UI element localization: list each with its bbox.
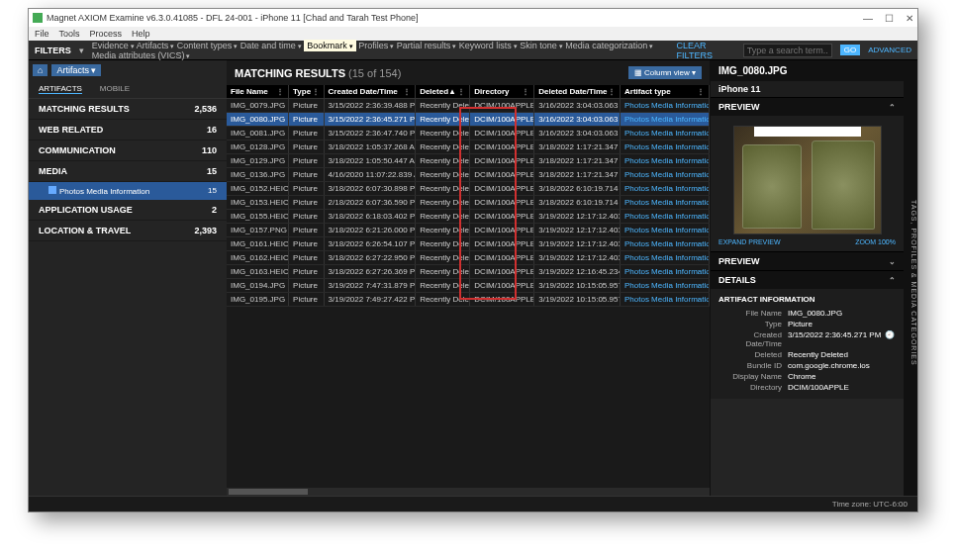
preview2-panel-header[interactable]: PREVIEW⌄ xyxy=(711,251,904,270)
filterbar: FILTERS ▾ Evidence Artifacts Content typ… xyxy=(29,41,917,60)
col-deleted-date-time[interactable]: Deleted Date/Time⋮ xyxy=(534,85,621,98)
menubar: FileToolsProcessHelp xyxy=(29,27,917,41)
col-file-name[interactable]: File Name⋮ xyxy=(227,85,289,98)
menu-help[interactable]: Help xyxy=(132,29,150,39)
window-controls: — ☐ ✕ xyxy=(863,13,913,24)
table-row[interactable]: IMG_0161.HEICPicture3/18/2022 6:26:54.10… xyxy=(227,237,710,251)
minimize-button[interactable]: — xyxy=(863,13,873,24)
results-count: (15 of 154) xyxy=(348,67,401,79)
table-row[interactable]: IMG_0152.HEICPicture3/18/2022 6:07:30.89… xyxy=(227,182,710,196)
dd-arrow-icon[interactable]: ▾ xyxy=(79,46,84,55)
inspector-device: iPhone 11 xyxy=(711,81,904,97)
detail-row: Bundle IDcom.google.chrome.ios xyxy=(718,360,896,371)
menu-file[interactable]: File xyxy=(35,29,49,39)
preview-image[interactable] xyxy=(733,126,882,234)
col-artifact-type[interactable]: Artifact type⋮ xyxy=(621,85,710,98)
table-row[interactable]: IMG_0163.HEICPicture3/18/2022 6:27:26.36… xyxy=(227,265,710,279)
results-pane: MATCHING RESULTS (15 of 154) ▦ Column vi… xyxy=(227,60,710,496)
close-button[interactable]: ✕ xyxy=(906,13,913,24)
filter-profiles[interactable]: Profiles xyxy=(358,41,394,50)
app-window: Magnet AXIOM Examine v6.3.0.41085 - DFL … xyxy=(28,8,918,513)
filter-skin-tone[interactable]: Skin tone xyxy=(520,41,562,50)
tags-side-tab[interactable]: TAGS, PROFILES & MEDIA CATEGORIES xyxy=(904,60,917,496)
col-directory[interactable]: Directory⋮ xyxy=(470,85,534,98)
home-button[interactable]: ⌂ xyxy=(33,64,48,76)
titlebar: Magnet AXIOM Examine v6.3.0.41085 - DFL … xyxy=(29,9,917,27)
go-button[interactable]: GO xyxy=(840,45,860,55)
table-row[interactable]: IMG_0128.JPGPicture3/18/2022 1:05:37.268… xyxy=(227,140,710,154)
table-header: File Name⋮Type⋮Created Date/Time⋮Deleted… xyxy=(227,85,710,99)
menu-process[interactable]: Process xyxy=(90,29,123,39)
filter-media-categorization[interactable]: Media categorization xyxy=(565,41,653,50)
window-title: Magnet AXIOM Examine v6.3.0.41085 - DFL … xyxy=(47,13,419,23)
table-row[interactable]: IMG_0080.JPGPicture3/15/2022 2:36:45.271… xyxy=(227,113,710,127)
app-icon xyxy=(33,13,43,23)
filter-bookmark[interactable]: Bookmark xyxy=(304,40,355,51)
chevron-up-icon: ⌃ xyxy=(889,276,896,285)
col-created-date-time[interactable]: Created Date/Time⋮ xyxy=(325,85,417,98)
sidebar-tabs: ARTIFACTS MOBILE xyxy=(29,80,227,99)
table-row[interactable]: IMG_0079.JPGPicture3/15/2022 2:36:39.488… xyxy=(227,99,710,113)
clear-filters-link[interactable]: CLEAR FILTERS xyxy=(677,41,735,60)
search-input[interactable] xyxy=(743,44,832,57)
horizontal-scrollbar[interactable] xyxy=(227,488,710,496)
detail-row: DeletedRecently Deleted xyxy=(718,349,896,360)
maximize-button[interactable]: ☐ xyxy=(885,13,894,24)
preview-panel-header[interactable]: PREVIEW⌃ xyxy=(711,97,904,116)
statusbar: Time zone: UTC-6:00 xyxy=(29,496,917,512)
sidebar: ⌂ Artifacts ▾ ARTIFACTS MOBILE MATCHING … xyxy=(29,60,227,496)
table-row[interactable]: IMG_0136.JPGPicture4/16/2020 11:07:22.83… xyxy=(227,168,710,182)
details-panel-header[interactable]: DETAILS⌃ xyxy=(711,270,904,289)
table-row[interactable]: IMG_0194.JPGPicture3/19/2022 7:47:31.879… xyxy=(227,279,710,293)
tab-mobile[interactable]: MOBILE xyxy=(100,84,130,94)
detail-row: DirectoryDCIM/100APPLE xyxy=(718,382,896,393)
col-deleted[interactable]: Deleted ▴⋮ xyxy=(416,85,470,98)
artifacts-dropdown[interactable]: Artifacts ▾ xyxy=(51,64,101,76)
sidebar-cat-media[interactable]: MEDIA15 xyxy=(29,161,227,182)
column-view-button[interactable]: ▦ Column view ▾ xyxy=(628,66,702,79)
detail-row: Created Date/Time3/15/2022 2:36:45.271 P… xyxy=(718,329,896,349)
sidebar-cat-location-travel[interactable]: LOCATION & TRAVEL2,393 xyxy=(29,221,227,241)
sidebar-cat-communication[interactable]: COMMUNICATION110 xyxy=(29,140,227,161)
inspector-filename: IMG_0080.JPG xyxy=(711,60,904,81)
col-type[interactable]: Type⋮ xyxy=(289,85,325,98)
filter-content-types[interactable]: Content types xyxy=(177,41,239,50)
table-row[interactable]: IMG_0129.JPGPicture3/18/2022 1:05:50.447… xyxy=(227,154,710,168)
filter-artifacts[interactable]: Artifacts xyxy=(137,41,174,50)
sidebar-cat-application-usage[interactable]: APPLICATION USAGE2 xyxy=(29,200,227,221)
results-heading: MATCHING RESULTS xyxy=(235,67,345,79)
artifact-info-heading: ARTIFACT INFORMATION xyxy=(718,295,896,304)
advanced-link[interactable]: ADVANCED xyxy=(868,46,911,54)
table-row[interactable]: IMG_0153.HEICPicture2/18/2022 6:07:36.59… xyxy=(227,196,710,210)
timezone-label: Time zone: UTC-6:00 xyxy=(832,500,908,509)
inspector: TAGS, PROFILES & MEDIA CATEGORIES IMG_00… xyxy=(710,60,917,496)
filter-partial-results[interactable]: Partial results xyxy=(397,41,456,50)
chevron-down-icon: ⌄ xyxy=(889,257,896,266)
chevron-up-icon: ⌃ xyxy=(889,103,896,112)
filter-media-attributes-vics-[interactable]: Media attributes (VICS) xyxy=(92,50,191,60)
filters-label: FILTERS xyxy=(35,46,71,55)
details-body: ARTIFACT INFORMATION File NameIMG_0080.J… xyxy=(711,289,904,399)
sidebar-cat-matching-results[interactable]: MATCHING RESULTS2,536 xyxy=(29,99,227,120)
sidebar-cat-web-related[interactable]: WEB RELATED16 xyxy=(29,120,227,140)
table-row[interactable]: IMG_0155.HEICPicture3/18/2022 6:18:03.40… xyxy=(227,210,710,224)
zoom-label[interactable]: ZOOM 100% xyxy=(855,238,896,245)
table-row[interactable]: IMG_0081.JPGPicture3/15/2022 2:36:47.740… xyxy=(227,127,710,140)
filter-keyword-lists[interactable]: Keyword lists xyxy=(459,41,518,50)
detail-row: File NameIMG_0080.JPG xyxy=(718,308,896,319)
detail-row: Display NameChrome xyxy=(718,371,896,382)
tab-artifacts[interactable]: ARTIFACTS xyxy=(39,84,82,94)
sidebar-subcat-photos-media[interactable]: Photos Media Information15 xyxy=(29,182,227,200)
expand-preview-link[interactable]: EXPAND PREVIEW xyxy=(718,238,781,245)
menu-tools[interactable]: Tools xyxy=(59,29,80,39)
detail-row: TypePicture xyxy=(718,319,896,329)
table-row[interactable]: IMG_0195.JPGPicture3/19/2022 7:49:27.422… xyxy=(227,293,710,307)
clock-icon[interactable]: 🕘 xyxy=(885,330,895,339)
table-row[interactable]: IMG_0157.PNGPicture3/18/2022 6:21:26.000… xyxy=(227,224,710,237)
table-row[interactable]: IMG_0162.HEICPicture3/18/2022 6:27:22.95… xyxy=(227,251,710,265)
results-table: File Name⋮Type⋮Created Date/Time⋮Deleted… xyxy=(227,85,710,307)
filter-date-and-time[interactable]: Date and time xyxy=(240,41,302,50)
filter-evidence[interactable]: Evidence xyxy=(92,41,135,50)
preview-body: EXPAND PREVIEW ZOOM 100% xyxy=(711,116,904,251)
